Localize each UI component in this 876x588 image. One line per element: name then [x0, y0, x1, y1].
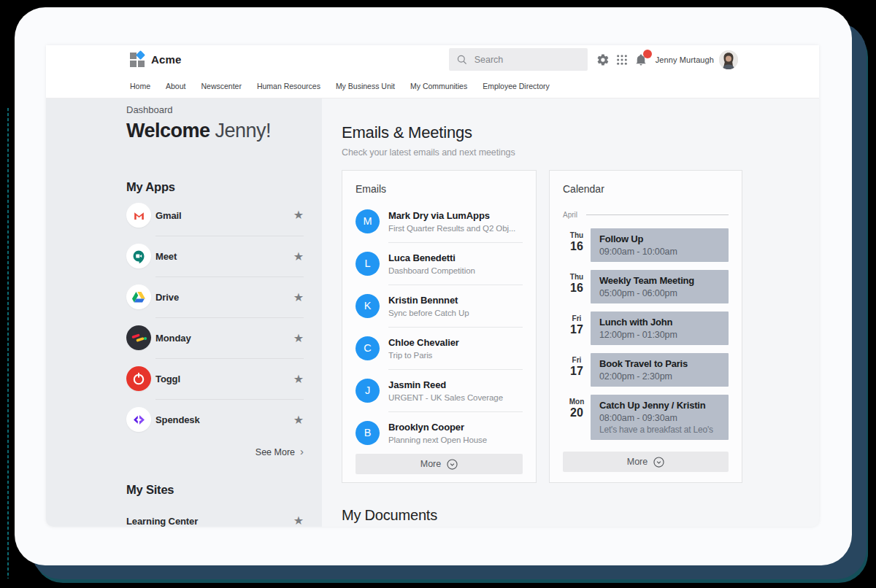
emails-card: Emails M Mark Dry via LumApps First Quar…	[342, 170, 537, 483]
month-divider	[586, 214, 729, 215]
calendar-card-title: Calendar	[563, 183, 729, 195]
event-date: Thu 16	[563, 228, 591, 262]
email-row[interactable]: J Jasmin Reed URGENT - UK Sales Coverage	[356, 369, 523, 411]
favorite-star-icon[interactable]: ★	[293, 515, 304, 527]
event-box: Lunch with John 12:00pm - 01:30pm	[591, 312, 729, 345]
section-subtitle: Check your latest emails and next meetin…	[342, 147, 819, 158]
app-row[interactable]: Gmail ★	[126, 195, 304, 236]
spendesk-icon	[126, 407, 151, 432]
dashboard-app: Acme Search	[46, 45, 819, 527]
main-panel: Emails & Meetings Check your latest emai…	[322, 98, 819, 527]
my-sites-list: Learning Center ★	[126, 515, 304, 527]
notifications-bell-icon[interactable]	[634, 53, 648, 66]
documents-title: My Documents	[342, 507, 819, 524]
monday-icon	[126, 325, 151, 350]
chevron-right-icon: ›	[300, 445, 304, 457]
nav-item[interactable]: Human Resources	[257, 82, 320, 90]
favorite-star-icon[interactable]: ★	[293, 251, 304, 263]
main-nav: Home About Newscenter Human Resources My…	[46, 74, 819, 98]
nav-item[interactable]: About	[166, 82, 185, 90]
app-row[interactable]: Spendesk ★	[126, 399, 304, 440]
brand[interactable]: Acme	[130, 53, 182, 67]
favorite-star-icon[interactable]: ★	[293, 414, 304, 426]
favorite-star-icon[interactable]: ★	[293, 333, 304, 344]
drive-icon	[126, 285, 151, 309]
favorite-star-icon[interactable]: ★	[293, 209, 304, 221]
device-frame: Acme Search	[15, 7, 852, 565]
nav-item[interactable]: Employee Directory	[483, 82, 550, 90]
event-date: Fri 17	[563, 353, 591, 387]
sender-avatar: K	[356, 294, 380, 318]
meet-icon	[126, 244, 151, 268]
email-row[interactable]: M Mark Dry via LumApps First Quarter Res…	[356, 200, 523, 242]
emails-card-title: Emails	[356, 183, 523, 195]
chevron-down-circle-icon	[653, 457, 664, 468]
decorative-teal-strip	[7, 108, 9, 579]
event-box: Weekly Team Meeting 05:00pm - 06:00pm	[591, 270, 729, 303]
sidebar: Dashboard Welcome Jenny! My Apps Gmail ★	[46, 98, 322, 527]
sender-avatar: M	[356, 209, 380, 233]
search-icon	[456, 54, 468, 66]
site-row[interactable]: Learning Center ★	[126, 515, 304, 527]
event-date: Thu 16	[563, 270, 591, 303]
event-date: Fri 17	[563, 312, 591, 345]
calendar-event[interactable]: Fri 17 Book Travel to Paris 02:00pm - 2:…	[563, 353, 729, 387]
section-title: Emails & Meetings	[342, 123, 819, 142]
email-row[interactable]: K Kristin Bennnet Sync before Catch Up	[356, 285, 523, 327]
event-box: Catch Up Jenny / Kristin 08:00am - 09:30…	[591, 395, 729, 440]
month-label: April	[563, 211, 577, 219]
see-more-link[interactable]: See More›	[126, 446, 304, 458]
event-list: Thu 16 Follow Up 09:00am - 10:00am	[563, 228, 729, 452]
app-row[interactable]: Drive ★	[126, 276, 304, 317]
sender-avatar: L	[356, 252, 380, 276]
email-row[interactable]: L Luca Benedetti Dashboard Competition	[356, 242, 523, 285]
nav-item[interactable]: Home	[130, 82, 150, 90]
event-box: Follow Up 09:00am - 10:00am	[591, 228, 729, 262]
user-name[interactable]: Jenny Murtaugh	[656, 55, 714, 64]
email-row[interactable]: C Chloe Chevalier Trip to Paris	[356, 327, 523, 369]
favorite-star-icon[interactable]: ★	[293, 292, 304, 303]
sender-avatar: C	[356, 336, 380, 360]
sender-avatar: B	[356, 421, 380, 445]
calendar-event[interactable]: Mon 20 Catch Up Jenny / Kristin 08:00am …	[563, 395, 729, 440]
content: Dashboard Welcome Jenny! My Apps Gmail ★	[46, 98, 819, 527]
emails-more-button[interactable]: More	[356, 454, 523, 474]
calendar-event[interactable]: Fri 17 Lunch with John 12:00pm - 01:30pm	[563, 312, 729, 345]
breadcrumb: Dashboard	[126, 104, 304, 115]
brand-name: Acme	[151, 53, 182, 66]
event-date: Mon 20	[563, 395, 591, 440]
app-row[interactable]: Toggl ★	[126, 358, 304, 399]
favorite-star-icon[interactable]: ★	[293, 374, 304, 385]
welcome-title: Welcome Jenny!	[126, 119, 304, 142]
calendar-more-button[interactable]: More	[563, 452, 729, 472]
app-row[interactable]: Monday ★	[126, 317, 304, 358]
chevron-down-circle-icon	[447, 459, 458, 470]
settings-gear-icon[interactable]	[596, 53, 610, 66]
my-sites-title: My Sites	[126, 482, 304, 497]
nav-item[interactable]: My Business Unit	[336, 82, 395, 90]
nav-item[interactable]: Newscenter	[201, 82, 241, 90]
calendar-card: Calendar April Thu 16	[549, 170, 742, 483]
app-row[interactable]: Meet ★	[126, 236, 304, 276]
email-row[interactable]: B Brooklyn Cooper Planning next Open Hou…	[356, 411, 523, 454]
calendar-event[interactable]: Thu 16 Weekly Team Meeting 05:00pm - 06:…	[563, 270, 729, 303]
email-list: M Mark Dry via LumApps First Quarter Res…	[356, 200, 523, 454]
calendar-event[interactable]: Thu 16 Follow Up 09:00am - 10:00am	[563, 228, 729, 262]
apps-grid-icon[interactable]	[616, 54, 628, 66]
acme-logo-icon	[130, 53, 145, 67]
month-row: April	[563, 211, 729, 219]
event-box: Book Travel to Paris 02:00pm - 2:30pm	[591, 353, 729, 387]
toggl-icon	[126, 366, 151, 391]
top-bar: Acme Search	[46, 45, 819, 74]
my-apps-list: Gmail ★ Meet ★	[126, 195, 304, 440]
user-avatar[interactable]	[719, 50, 738, 69]
search-input[interactable]: Search	[449, 48, 588, 71]
search-placeholder: Search	[474, 55, 504, 65]
nav-item[interactable]: My Communities	[410, 82, 467, 90]
sender-avatar: J	[356, 379, 380, 403]
gmail-icon	[126, 203, 151, 228]
notification-badge	[643, 50, 652, 58]
my-apps-title: My Apps	[126, 179, 304, 194]
